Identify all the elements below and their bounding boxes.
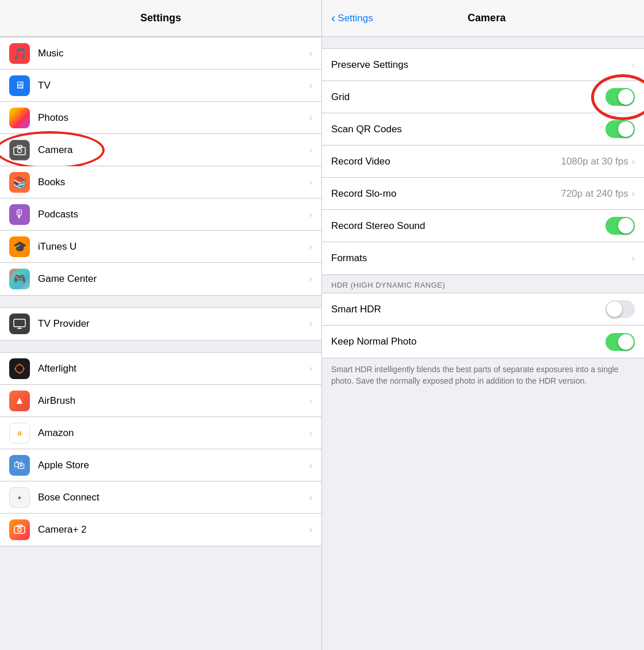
section-gap-2 xyxy=(0,341,321,352)
settings-row-itunesu[interactable]: 🎓 iTunes U › xyxy=(0,231,321,263)
applestore-icon: 🛍 xyxy=(9,455,30,476)
photos-chevron: › xyxy=(309,113,312,123)
tv-icon: 🖥 xyxy=(9,75,30,96)
record-slomo-row[interactable]: Record Slo-mo 720p at 240 fps › xyxy=(322,178,644,210)
svg-point-6 xyxy=(16,365,24,373)
svg-point-1 xyxy=(18,148,22,152)
formats-row[interactable]: Formats › xyxy=(322,242,644,274)
keep-normal-photo-label: Keep Normal Photo xyxy=(331,336,605,347)
smart-hdr-toggle[interactable] xyxy=(605,300,635,318)
settings-row-cameraplusplus[interactable]: Camera+ 2 › xyxy=(0,514,321,546)
top-spacer xyxy=(322,37,644,48)
settings-row-applestore[interactable]: 🛍 Apple Store › xyxy=(0,449,321,481)
preserve-settings-row[interactable]: Preserve Settings › xyxy=(322,49,644,81)
preserve-settings-label: Preserve Settings xyxy=(331,59,632,71)
record-stereo-toggle[interactable] xyxy=(605,217,635,235)
hdr-settings-group: Smart HDR Keep Normal Photo xyxy=(322,293,644,358)
afterlight-icon xyxy=(9,358,30,379)
camera-settings-group-1: Preserve Settings › Grid Scan QR Codes R… xyxy=(322,48,644,275)
record-video-label: Record Video xyxy=(331,156,561,167)
record-video-chevron: › xyxy=(632,156,635,167)
grid-toggle[interactable] xyxy=(605,88,635,106)
keep-normal-photo-toggle-knob xyxy=(618,334,634,350)
camera-label: Camera xyxy=(38,144,309,156)
hdr-description: Smart HDR intelligently blends the best … xyxy=(322,358,644,398)
keep-normal-photo-toggle[interactable] xyxy=(605,333,635,351)
itunesu-chevron: › xyxy=(309,242,312,252)
settings-group-1: 🎵 Music › 🖥 TV › Photos › xyxy=(0,37,321,296)
record-stereo-row[interactable]: Record Stereo Sound xyxy=(322,210,644,242)
scan-qr-toggle-knob xyxy=(618,121,634,137)
settings-row-books[interactable]: 📚 Books › xyxy=(0,166,321,198)
afterlight-chevron: › xyxy=(309,364,312,374)
gamecenter-chevron: › xyxy=(309,274,312,284)
tvprovider-label: TV Provider xyxy=(38,318,309,330)
settings-row-music[interactable]: 🎵 Music › xyxy=(0,37,321,70)
settings-row-afterlight[interactable]: Afterlight › xyxy=(0,353,321,385)
music-icon: 🎵 xyxy=(9,43,30,64)
settings-row-gamecenter[interactable]: 🎮 Game Center › xyxy=(0,263,321,295)
itunesu-icon: 🎓 xyxy=(9,236,30,257)
applestore-chevron: › xyxy=(309,460,312,471)
podcasts-label: Podcasts xyxy=(38,209,309,220)
grid-label: Grid xyxy=(331,91,605,103)
grid-row[interactable]: Grid xyxy=(322,81,644,113)
record-slomo-chevron: › xyxy=(632,189,635,199)
airbrush-label: AirBrush xyxy=(38,395,309,407)
settings-row-tvprovider[interactable]: TV Provider › xyxy=(0,308,321,340)
record-slomo-value: 720p at 240 fps xyxy=(561,188,628,200)
svg-rect-11 xyxy=(14,526,25,533)
photos-label: Photos xyxy=(38,112,309,124)
amazon-icon: a xyxy=(9,423,30,443)
svg-rect-3 xyxy=(14,319,25,327)
music-label: Music xyxy=(38,48,309,59)
record-video-value: 1080p at 30 fps xyxy=(561,156,628,167)
applestore-label: Apple Store xyxy=(38,460,309,471)
tv-label: TV xyxy=(38,80,309,91)
settings-row-camera[interactable]: Camera › xyxy=(0,134,321,166)
bose-icon: + xyxy=(9,487,30,508)
podcasts-chevron: › xyxy=(309,209,312,220)
back-label: Settings xyxy=(338,13,373,24)
itunesu-label: iTunes U xyxy=(38,241,309,253)
preserve-settings-chevron: › xyxy=(632,60,635,70)
settings-row-podcasts[interactable]: 🎙 Podcasts › xyxy=(0,198,321,231)
settings-row-amazon[interactable]: a Amazon › xyxy=(0,417,321,449)
keep-normal-photo-row[interactable]: Keep Normal Photo xyxy=(322,326,644,358)
right-panel-title: Camera xyxy=(373,12,600,24)
left-header: Settings xyxy=(0,0,321,37)
scan-qr-row[interactable]: Scan QR Codes xyxy=(322,113,644,146)
section-gap-1 xyxy=(0,296,321,307)
formats-label: Formats xyxy=(331,253,632,264)
settings-left-panel: Settings 🎵 Music › 🖥 TV › Photos › xyxy=(0,0,322,650)
camera-chevron: › xyxy=(309,145,312,155)
settings-row-tv[interactable]: 🖥 TV › xyxy=(0,70,321,102)
settings-row-airbrush[interactable]: ▲ AirBrush › xyxy=(0,385,321,417)
hdr-section-label: HDR (HIGH DYNAMIC RANGE) xyxy=(322,275,644,293)
settings-row-photos[interactable]: Photos › xyxy=(0,102,321,134)
tv-chevron: › xyxy=(309,81,312,91)
settings-row-bose[interactable]: + Bose Connect › xyxy=(0,481,321,514)
books-label: Books xyxy=(38,177,309,188)
photos-icon xyxy=(9,108,30,128)
settings-group-2: TV Provider › xyxy=(0,307,321,341)
settings-group-3: Afterlight › ▲ AirBrush › a Amazon › 🛍 A… xyxy=(0,352,321,546)
amazon-label: Amazon xyxy=(38,427,309,439)
formats-chevron: › xyxy=(632,253,635,263)
back-chevron-icon: ‹ xyxy=(331,12,335,25)
back-button[interactable]: ‹ Settings xyxy=(331,12,373,25)
record-stereo-toggle-knob xyxy=(618,218,634,234)
record-slomo-label: Record Slo-mo xyxy=(331,188,561,200)
record-video-row[interactable]: Record Video 1080p at 30 fps › xyxy=(322,146,644,178)
tvprovider-icon xyxy=(9,313,30,334)
smart-hdr-toggle-knob xyxy=(607,301,622,317)
scan-qr-label: Scan QR Codes xyxy=(331,124,605,135)
podcasts-icon: 🎙 xyxy=(9,204,30,225)
scan-qr-toggle[interactable] xyxy=(605,120,635,138)
airbrush-icon: ▲ xyxy=(9,391,30,411)
svg-point-12 xyxy=(18,528,21,532)
books-chevron: › xyxy=(309,177,312,188)
smart-hdr-row[interactable]: Smart HDR xyxy=(322,293,644,326)
record-stereo-label: Record Stereo Sound xyxy=(331,220,605,232)
tvprovider-chevron: › xyxy=(309,319,312,329)
